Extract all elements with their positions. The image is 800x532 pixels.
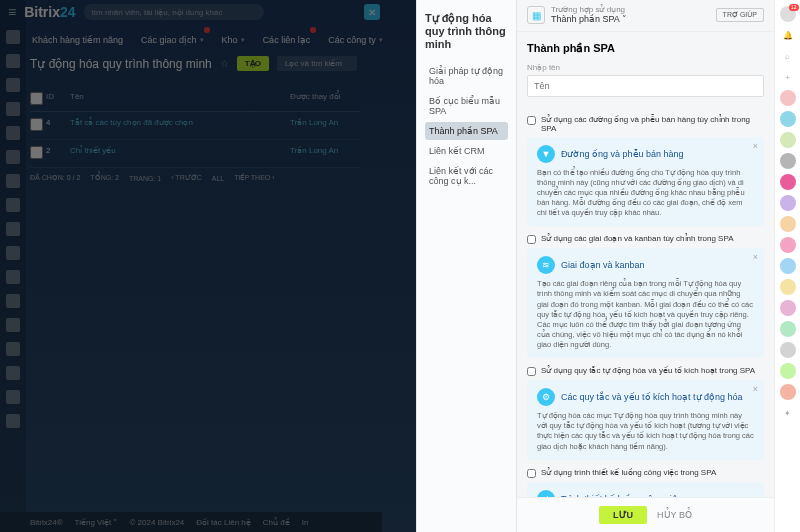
contact-avatar[interactable]: [780, 342, 796, 358]
bell-icon[interactable]: 🔔: [780, 27, 796, 43]
automation-card: × ⚙ Các quy tắc và yếu tố kích hoạt tự đ…: [527, 380, 764, 460]
workflow-checkbox-row[interactable]: Sử dụng trình thiết kế luồng công việc t…: [527, 468, 764, 478]
automation-icon: ⚙: [537, 388, 555, 406]
panel-body: Thành phần SPA Nhập tên Sử dụng các đườn…: [517, 32, 774, 497]
nav-item-form-layout[interactable]: Bố cục biểu mẫu SPA: [425, 92, 508, 120]
contact-avatar[interactable]: [780, 237, 796, 253]
notification-badge: 12: [789, 4, 799, 11]
nav-item-automation[interactable]: Giải pháp tự động hóa: [425, 62, 508, 90]
contact-avatar[interactable]: [780, 279, 796, 295]
header-breadcrumb[interactable]: Thành phần SPA ˅: [551, 15, 710, 25]
panel-footer: LƯU HỦY BỎ: [517, 497, 774, 532]
search-icon[interactable]: ⌕: [780, 48, 796, 64]
panel-header: ▦ Trường hợp sử dụng Thành phần SPA ˅ TR…: [517, 0, 774, 32]
kanban-icon: ≋: [537, 256, 555, 274]
workflow-card: ⇄ Trình thiết kế luồng công việc: [527, 482, 764, 497]
contact-avatar[interactable]: [780, 300, 796, 316]
contact-avatar[interactable]: [780, 174, 796, 190]
contact-avatar[interactable]: [780, 321, 796, 337]
nav-item-crm-link[interactable]: Liên kết CRM: [425, 142, 508, 160]
stages-checkbox-row[interactable]: Sử dụng các giai đoạn và kanban tùy chỉn…: [527, 234, 764, 244]
funnel-icon: ▼: [537, 145, 555, 163]
pipelines-card: × ▼ Đường ống và phễu bán hàng Bạn có th…: [527, 137, 764, 227]
contact-avatar[interactable]: [780, 153, 796, 169]
automation-checkbox-row[interactable]: Sử dụng quy tắc tự động hóa và yếu tố kí…: [527, 366, 764, 376]
nav-item-tool-link[interactable]: Liên kết với các công cụ k...: [425, 162, 508, 190]
avatar[interactable]: 12: [780, 6, 796, 22]
slideover-nav: Tự động hóa quy trình thông minh Giải ph…: [416, 0, 516, 532]
plus-icon[interactable]: +: [780, 69, 796, 85]
pipelines-checkbox[interactable]: [527, 116, 536, 125]
close-icon[interactable]: ×: [753, 141, 758, 151]
contact-avatar[interactable]: [780, 216, 796, 232]
panel-title: Thành phần SPA: [527, 42, 764, 55]
name-label: Nhập tên: [527, 63, 764, 72]
close-icon[interactable]: ×: [753, 384, 758, 394]
save-button[interactable]: LƯU: [599, 506, 647, 524]
copilot-icon[interactable]: ✦: [780, 405, 796, 421]
stages-checkbox[interactable]: [527, 235, 536, 244]
slideover-nav-title: Tự động hóa quy trình thông minh: [425, 12, 508, 52]
help-button[interactable]: TRỢ GIÚP: [716, 8, 764, 22]
cancel-button[interactable]: HỦY BỎ: [657, 506, 692, 524]
close-icon[interactable]: ×: [753, 252, 758, 262]
name-input[interactable]: [527, 75, 764, 97]
automation-checkbox[interactable]: [527, 367, 536, 376]
right-rail: 12 🔔 ⌕ + ✦: [774, 0, 800, 532]
nav-item-spa-components[interactable]: Thành phần SPA: [425, 122, 508, 140]
contact-avatar[interactable]: [780, 384, 796, 400]
contact-avatar[interactable]: [780, 363, 796, 379]
workflow-icon: ⇄: [537, 490, 555, 497]
stages-card: × ≋ Giai đoạn và kanban Tạo các giai đoạ…: [527, 248, 764, 358]
contact-avatar[interactable]: [780, 132, 796, 148]
workflow-checkbox[interactable]: [527, 469, 536, 478]
contact-avatar[interactable]: [780, 195, 796, 211]
contact-avatar[interactable]: [780, 90, 796, 106]
calendar-icon: ▦: [527, 6, 545, 24]
pipelines-checkbox-row[interactable]: Sử dụng các đường ống và phễu bán hàng t…: [527, 115, 764, 133]
contact-avatar[interactable]: [780, 111, 796, 127]
slideover-panel: ▦ Trường hợp sử dụng Thành phần SPA ˅ TR…: [516, 0, 774, 532]
contact-avatar[interactable]: [780, 258, 796, 274]
